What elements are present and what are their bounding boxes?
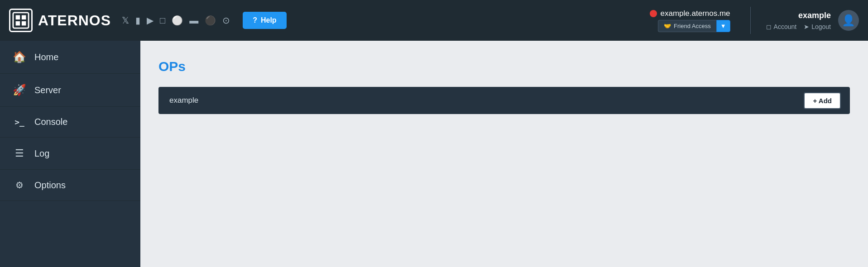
sidebar-item-console[interactable]: >_ Console — [0, 107, 140, 138]
social-icons: 𝕏 ▮ ▶ □ ⚪ ▬ ⚫ ⊙ — [122, 15, 230, 26]
user-area: example ◻ Account ➤ Logout 👤 — [766, 10, 859, 31]
svg-rect-1 — [16, 15, 20, 20]
sidebar-label-home: Home — [34, 52, 58, 62]
header: ATERNOS 𝕏 ▮ ▶ □ ⚪ ▬ ⚫ ⊙ ? Help example.a… — [0, 0, 868, 41]
logout-icon: ➤ — [804, 23, 809, 30]
account-icon: ◻ — [766, 23, 772, 30]
page-title: OPs — [158, 59, 850, 74]
server-name-row: example.aternos.me — [650, 9, 730, 18]
help-button[interactable]: ? Help — [243, 12, 286, 29]
help-label: Help — [261, 16, 277, 24]
discord-icon[interactable]: ▬ — [189, 15, 198, 26]
sidebar-label-server: Server — [34, 85, 61, 95]
github-icon[interactable]: ⊙ — [222, 15, 230, 26]
ops-row: example + Add — [158, 87, 850, 114]
youtube-icon[interactable]: ▶ — [147, 15, 153, 26]
sidebar: 🏠 Home 🚀 Server >_ Console ☰ Log ⚙ Optio… — [0, 41, 140, 267]
friend-access-label: Friend Access — [674, 23, 711, 29]
sidebar-item-options[interactable]: ⚙ Options — [0, 170, 140, 201]
twitter-icon[interactable]: 𝕏 — [122, 15, 129, 26]
friend-access-icon: 🤝 — [664, 23, 671, 29]
avatar-icon: 👤 — [842, 14, 855, 27]
account-label: Account — [774, 23, 797, 30]
server-icon: 🚀 — [13, 84, 26, 96]
server-status-area: example.aternos.me 🤝 Friend Access ▼ — [650, 9, 730, 32]
teamspeak-icon[interactable]: ⚫ — [205, 15, 216, 26]
user-links: example ◻ Account ➤ Logout — [766, 11, 831, 30]
add-button-label: + Add — [813, 97, 832, 105]
server-status-dot — [650, 10, 657, 17]
header-divider — [750, 7, 751, 34]
console-icon: >_ — [13, 117, 26, 127]
sidebar-item-home[interactable]: 🏠 Home — [0, 41, 140, 74]
ops-list: example + Add — [158, 87, 850, 114]
ops-player-name: example — [169, 96, 198, 105]
server-address: example.aternos.me — [661, 9, 730, 18]
logout-link[interactable]: ➤ Logout — [804, 23, 831, 30]
avatar[interactable]: 👤 — [838, 10, 859, 31]
user-actions: ◻ Account ➤ Logout — [766, 23, 831, 30]
logo-icon — [9, 9, 33, 32]
logo[interactable]: ATERNOS — [9, 9, 111, 32]
add-button[interactable]: + Add — [804, 92, 841, 109]
account-link[interactable]: ◻ Account — [766, 23, 797, 30]
log-icon: ☰ — [13, 148, 26, 159]
layout: 🏠 Home 🚀 Server >_ Console ☰ Log ⚙ Optio… — [0, 41, 868, 267]
sidebar-label-log: Log — [34, 148, 49, 159]
svg-rect-4 — [22, 21, 26, 26]
options-icon: ⚙ — [13, 180, 26, 191]
sidebar-item-server[interactable]: 🚀 Server — [0, 74, 140, 107]
friend-access-row: 🤝 Friend Access ▼ — [658, 20, 730, 32]
friend-access-button[interactable]: 🤝 Friend Access — [658, 20, 716, 32]
username-display: example — [798, 11, 831, 20]
home-icon: 🏠 — [13, 51, 26, 63]
svg-rect-3 — [16, 21, 20, 26]
help-icon: ? — [253, 16, 257, 24]
facebook-icon[interactable]: ▮ — [135, 15, 140, 26]
main-content: OPs example + Add — [140, 41, 868, 267]
reddit-icon[interactable]: ⚪ — [172, 15, 183, 26]
logout-label: Logout — [811, 23, 831, 30]
svg-rect-0 — [13, 13, 29, 28]
sidebar-label-console: Console — [34, 117, 67, 127]
sidebar-item-log[interactable]: ☰ Log — [0, 138, 140, 170]
sidebar-label-options: Options — [34, 180, 66, 191]
logo-text: ATERNOS — [38, 12, 111, 29]
friend-access-dropdown-button[interactable]: ▼ — [716, 20, 730, 32]
instagram-icon[interactable]: □ — [160, 15, 165, 26]
svg-rect-2 — [22, 15, 26, 20]
